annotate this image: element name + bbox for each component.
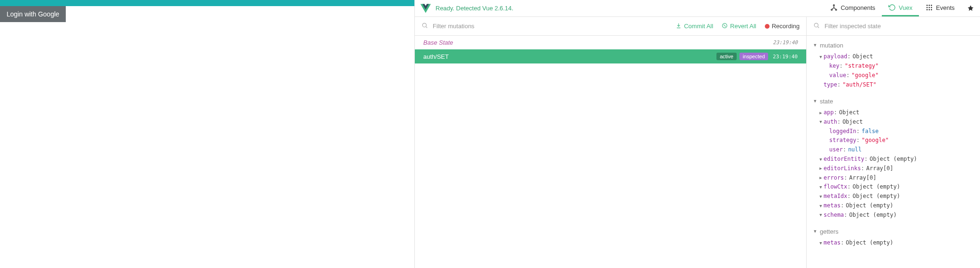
mutation-label: Base State bbox=[423, 39, 768, 46]
svg-point-14 bbox=[814, 23, 818, 27]
svg-point-5 bbox=[931, 5, 933, 6]
tree-key: editorLinks bbox=[824, 164, 861, 173]
commit-all-label: Commit All bbox=[684, 23, 713, 30]
tree-key: errors bbox=[824, 173, 844, 183]
chevron-down-icon[interactable]: ▼ bbox=[818, 193, 824, 200]
search-icon bbox=[813, 22, 820, 30]
revert-all-label: Revert All bbox=[730, 23, 756, 30]
tree-value: Object (empty) bbox=[846, 201, 893, 211]
tree-value: Object (empty) bbox=[853, 192, 900, 201]
devtools-tabs: Components Vuex Events bbox=[824, 0, 980, 16]
login-google-button[interactable]: Login with Google bbox=[0, 6, 66, 22]
section-state: ▼state ▶app:Object ▼auth:Object loggedIn… bbox=[812, 96, 974, 220]
chevron-down-icon[interactable]: ▼ bbox=[818, 118, 824, 126]
mutations-list: Base State 23:19:40 auth/SET active insp… bbox=[415, 36, 806, 268]
vue-devtools: Ready. Detected Vue 2.6.14. Components V… bbox=[414, 0, 980, 268]
mutation-base-state[interactable]: Base State 23:19:40 bbox=[415, 36, 806, 49]
chevron-down-icon[interactable]: ▼ bbox=[812, 42, 818, 49]
tree-key: app bbox=[824, 108, 834, 118]
chevron-right-icon[interactable]: ▶ bbox=[818, 110, 824, 117]
chevron-down-icon[interactable]: ▼ bbox=[818, 212, 824, 219]
tree-value: Object (empty) bbox=[849, 211, 897, 220]
vuex-icon bbox=[888, 4, 896, 11]
search-icon bbox=[421, 22, 428, 30]
tree-value: Object (empty) bbox=[846, 238, 893, 248]
tree-key: flowCtx bbox=[824, 182, 848, 192]
download-icon bbox=[676, 23, 682, 30]
commit-all-button[interactable]: Commit All bbox=[676, 23, 713, 30]
section-title: getters bbox=[820, 227, 839, 236]
mutation-time: 23:19:40 bbox=[773, 54, 798, 60]
mutation-row[interactable]: auth/SET active inspected 23:19:40 bbox=[415, 49, 806, 63]
devtools-status: Ready. Detected Vue 2.6.14. bbox=[436, 5, 513, 12]
section-title: mutation bbox=[820, 40, 843, 50]
tab-label: Events bbox=[936, 4, 955, 11]
events-icon bbox=[926, 4, 933, 11]
svg-point-12 bbox=[422, 23, 426, 27]
tree-value: Object (empty) bbox=[853, 182, 900, 192]
app-topbar bbox=[0, 0, 414, 6]
svg-point-4 bbox=[929, 5, 930, 6]
mutations-panel: Commit All Revert All Recording Base Sta… bbox=[415, 17, 807, 268]
tree-key: value bbox=[829, 71, 846, 80]
chevron-right-icon[interactable]: ▶ bbox=[818, 165, 824, 172]
vue-logo-icon bbox=[420, 3, 431, 14]
chevron-right-icon[interactable]: ▶ bbox=[818, 174, 824, 181]
tree-value: Object bbox=[839, 108, 859, 118]
svg-point-7 bbox=[929, 7, 930, 8]
chevron-down-icon[interactable]: ▼ bbox=[812, 228, 818, 235]
section-mutation: ▼mutation ▼payload:Object key:"strategy"… bbox=[812, 40, 974, 90]
components-icon bbox=[830, 4, 838, 11]
filter-mutations-input[interactable] bbox=[433, 23, 671, 30]
recording-label: Recording bbox=[772, 23, 800, 30]
filter-state-input[interactable] bbox=[824, 23, 973, 30]
badge-active: active bbox=[716, 53, 737, 60]
section-getters: ▼getters ▼metas:Object (empty) bbox=[812, 227, 974, 248]
svg-point-8 bbox=[931, 7, 933, 8]
devtools-header: Ready. Detected Vue 2.6.14. Components V… bbox=[415, 0, 980, 17]
svg-point-3 bbox=[926, 5, 928, 6]
svg-point-6 bbox=[926, 7, 928, 8]
tree-value: null bbox=[848, 145, 862, 155]
chevron-down-icon[interactable]: ▼ bbox=[818, 240, 824, 247]
svg-point-11 bbox=[931, 9, 933, 10]
tree-key: metas bbox=[824, 201, 840, 211]
svg-point-10 bbox=[929, 9, 930, 10]
tree-key: type bbox=[824, 80, 837, 90]
tree-value: Array[0] bbox=[849, 173, 877, 183]
tab-label: Components bbox=[840, 4, 875, 11]
tree-value: Object bbox=[853, 52, 873, 62]
app-pane: Login with Google bbox=[0, 0, 414, 268]
mutations-toolbar: Commit All Revert All Recording bbox=[415, 17, 806, 36]
state-panel: ▼mutation ▼payload:Object key:"strategy"… bbox=[807, 17, 980, 268]
tree-key: auth bbox=[824, 118, 837, 127]
tree-value: "strategy" bbox=[845, 62, 879, 71]
badge-inspected: inspected bbox=[739, 53, 768, 60]
tree-value: Object (empty) bbox=[870, 155, 917, 164]
tab-components[interactable]: Components bbox=[824, 0, 882, 16]
chevron-down-icon[interactable]: ▼ bbox=[818, 156, 824, 163]
tree-value: "google" bbox=[862, 136, 889, 145]
tree-key: metaIdx bbox=[824, 192, 848, 201]
record-icon bbox=[765, 24, 770, 29]
tree-value: "auth/SET" bbox=[842, 80, 876, 90]
section-title: state bbox=[820, 96, 833, 106]
tab-events[interactable]: Events bbox=[919, 0, 961, 16]
revert-all-button[interactable]: Revert All bbox=[722, 23, 756, 30]
tree-value: "google" bbox=[851, 71, 879, 80]
tree-value: Array[0] bbox=[866, 164, 894, 173]
recording-indicator[interactable]: Recording bbox=[765, 23, 800, 30]
chevron-down-icon[interactable]: ▼ bbox=[818, 184, 824, 191]
chevron-down-icon[interactable]: ▼ bbox=[812, 98, 818, 105]
tree-key: key bbox=[829, 62, 840, 71]
tree-key: schema bbox=[824, 211, 844, 220]
chevron-down-icon[interactable]: ▼ bbox=[818, 203, 824, 210]
tab-vuex[interactable]: Vuex bbox=[882, 0, 919, 16]
devtools-menu-button[interactable] bbox=[961, 0, 980, 16]
tab-label: Vuex bbox=[899, 4, 912, 11]
tree-key: loggedIn bbox=[829, 127, 856, 136]
chevron-down-icon[interactable]: ▼ bbox=[818, 54, 824, 61]
tree-key: user bbox=[829, 145, 843, 155]
svg-point-0 bbox=[833, 5, 835, 6]
mutation-time: 23:19:40 bbox=[773, 39, 798, 46]
